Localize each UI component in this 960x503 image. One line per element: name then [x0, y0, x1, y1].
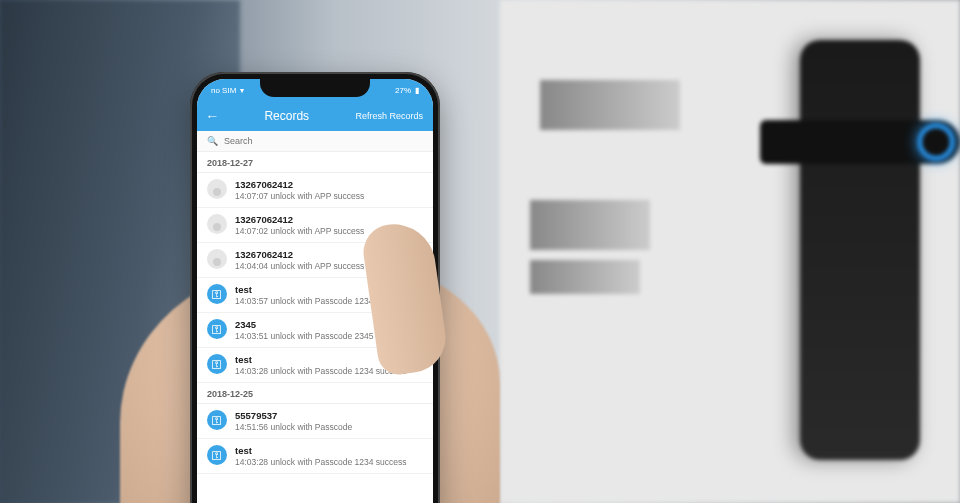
fingerprint-ring-icon	[918, 124, 954, 160]
record-subtitle: 14:51:56 unlock with Passcode	[235, 422, 352, 432]
mortise-slot	[530, 260, 640, 294]
record-title: 13267062412	[235, 179, 364, 190]
record-subtitle: 14:07:07 unlock with APP success	[235, 191, 364, 201]
key-icon: ⚿	[207, 284, 227, 304]
battery-icon: ▮	[415, 86, 419, 95]
page-title: Records	[264, 109, 309, 123]
mortise-slot	[540, 80, 680, 130]
wifi-icon: ▾	[240, 86, 244, 95]
search-row[interactable]: 🔍	[197, 131, 433, 152]
list-item[interactable]: ⚿ 55579537 14:51:56 unlock with Passcode	[197, 404, 433, 439]
search-input[interactable]	[224, 136, 423, 146]
user-avatar-icon	[207, 179, 227, 199]
smart-lock-body	[800, 40, 920, 460]
phone-notch	[260, 79, 370, 97]
record-title: test	[235, 445, 407, 456]
list-item[interactable]: ⚿ test 14:03:28 unlock with Passcode 123…	[197, 439, 433, 474]
refresh-records-button[interactable]: Refresh Records	[355, 111, 423, 121]
section-date: 2018-12-25	[197, 383, 433, 404]
carrier-label: no SIM	[211, 86, 236, 95]
key-icon: ⚿	[207, 319, 227, 339]
user-avatar-icon	[207, 214, 227, 234]
user-avatar-icon	[207, 249, 227, 269]
record-subtitle: 14:03:28 unlock with Passcode 1234 succe…	[235, 366, 407, 376]
record-title: 13267062412	[235, 214, 364, 225]
record-subtitle: 14:03:28 unlock with Passcode 1234 succe…	[235, 457, 407, 467]
battery-percent: 27%	[395, 86, 411, 95]
mortise-slot	[530, 200, 650, 250]
record-title: 13267062412	[235, 249, 364, 260]
key-icon: ⚿	[207, 354, 227, 374]
app-header: ← Records Refresh Records	[197, 101, 433, 131]
record-title: 55579537	[235, 410, 352, 421]
record-subtitle: 14:07:02 unlock with APP success	[235, 226, 364, 236]
back-button[interactable]: ←	[205, 110, 219, 122]
search-icon: 🔍	[207, 136, 218, 146]
key-icon: ⚿	[207, 445, 227, 465]
key-icon: ⚿	[207, 410, 227, 430]
record-subtitle: 14:04:04 unlock with APP success	[235, 261, 364, 271]
list-item[interactable]: 13267062412 14:07:07 unlock with APP suc…	[197, 173, 433, 208]
record-subtitle: 14:03:51 unlock with Passcode 2345 faile…	[235, 331, 396, 341]
section-date: 2018-12-27	[197, 152, 433, 173]
